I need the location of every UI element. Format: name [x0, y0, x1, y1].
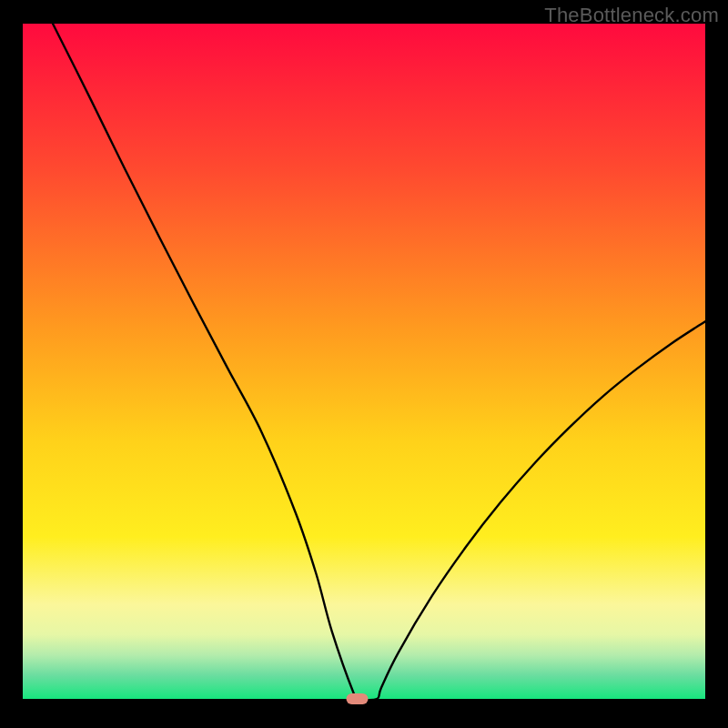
chart-stage: TheBottleneck.com	[0, 0, 728, 728]
chart-svg	[0, 0, 728, 728]
minimum-marker	[347, 693, 369, 704]
plot-background	[23, 24, 705, 699]
watermark-text: TheBottleneck.com	[544, 4, 719, 27]
